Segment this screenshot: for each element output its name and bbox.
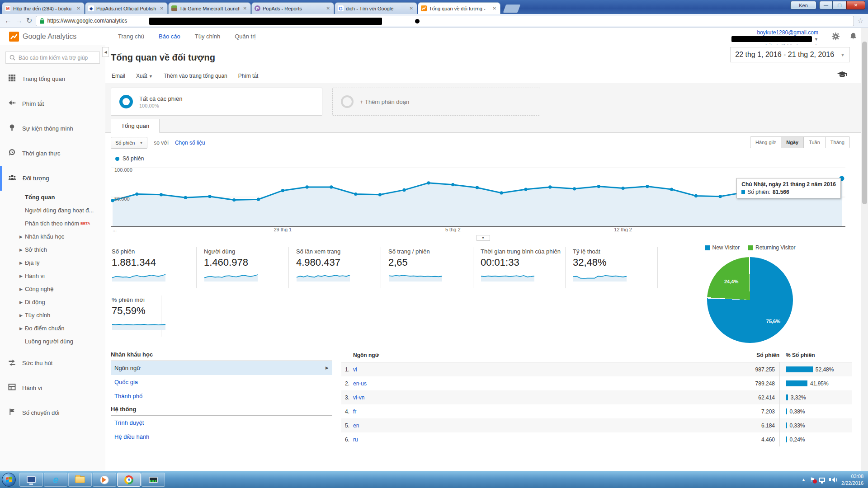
- demo-item-quốc-gia[interactable]: Quốc gia: [111, 375, 332, 389]
- chart-collapse-handle[interactable]: ▼: [476, 235, 490, 241]
- back-button[interactable]: ←: [5, 17, 12, 24]
- page-scrollbar[interactable]: [861, 28, 868, 471]
- col-pct-sessions[interactable]: % Số phiên: [779, 352, 852, 358]
- taskbar-button-remote-desktop[interactable]: [19, 473, 43, 487]
- demo-item-trình-duyệt[interactable]: Trình duyệt: [111, 416, 332, 430]
- browser-tab[interactable]: MHộp thư đến (284) - boyku✕: [2, 2, 85, 14]
- taskbar-button-internet-explorer[interactable]: e: [44, 473, 67, 487]
- gear-icon[interactable]: [831, 32, 840, 42]
- metric-số-phiên[interactable]: Số phiên1.881.344: [111, 247, 197, 288]
- sidebar-item-thời-gian-thực[interactable]: Thời gian thực: [0, 141, 105, 166]
- metric-thời-gian-trung-bình-của-phiên[interactable]: Thời gian trung bình của phiên00:01:33: [480, 247, 566, 288]
- new-tab-button[interactable]: [503, 5, 521, 13]
- granularity-hàng-giờ[interactable]: Hàng giờ: [750, 136, 781, 148]
- address-bar[interactable]: https://www.google.com/analytics: [36, 16, 854, 26]
- report-search-input[interactable]: Báo cáo tìm kiếm và trợ giúp: [5, 52, 100, 64]
- reload-button[interactable]: ↻: [26, 17, 32, 24]
- hidden-icons-arrow[interactable]: ▲: [802, 477, 806, 482]
- taskbar-button-resource-monitor[interactable]: [142, 473, 165, 487]
- sidebar-subitem-phân-tích-theo-nhóm[interactable]: Phân tích theo nhómBETA: [0, 217, 105, 230]
- sidebar-subitem-di-động[interactable]: ▶Di động: [0, 296, 105, 309]
- sidebar-subitem-công-nghệ[interactable]: ▶Công nghệ: [0, 282, 105, 296]
- toolbar-xuất[interactable]: Xuất ▼: [136, 73, 153, 79]
- sidebar-subitem-hành-vi[interactable]: ▶Hành vi: [0, 269, 105, 282]
- clock[interactable]: 03:08 2/22/2016: [841, 473, 865, 487]
- toolbar-email[interactable]: Email: [112, 73, 125, 79]
- ga-nav-trang-chủ[interactable]: Trang chủ: [111, 28, 151, 45]
- language-link[interactable]: en: [353, 422, 359, 429]
- demo-item-hệ-điều-hành[interactable]: Hệ điều hành: [111, 430, 332, 444]
- sidebar-subitem-đo-điểm-chuẩn[interactable]: ▶Đo điểm chuẩn: [0, 322, 105, 335]
- language-link[interactable]: vi-vn: [353, 394, 364, 401]
- tab-close-icon[interactable]: ✕: [76, 6, 81, 11]
- sidebar-subitem-nhân-khẩu-học[interactable]: ▶Nhân khẩu học: [0, 230, 105, 243]
- browser-tab[interactable]: Gdich - Tìm với Google✕: [335, 2, 417, 14]
- sidebar-item-sự-kiện-thông-minh[interactable]: Sự kiện thông minh: [0, 116, 105, 141]
- sidebar-subitem-địa-lý[interactable]: ▶Địa lý: [0, 256, 105, 269]
- sidebar-item-số-chuyển-đổi[interactable]: Số chuyển đổi: [0, 400, 105, 425]
- forward-button[interactable]: →: [15, 17, 23, 24]
- language-link[interactable]: en-us: [353, 380, 367, 387]
- close-button[interactable]: ✕: [846, 1, 865, 9]
- sidebar-collapse-button[interactable]: ◀: [102, 47, 109, 57]
- sidebar-subitem-người-dùng-đang-hoạt-đ...[interactable]: Người dùng đang hoạt đ...: [0, 204, 105, 217]
- sidebar-subitem-tùy-chỉnh[interactable]: ▶Tùy chỉnh: [0, 309, 105, 322]
- segment-all-sessions[interactable]: Tất cả các phiên 100,00%: [111, 88, 322, 116]
- ga-nav-quản-trị[interactable]: Quản trị: [227, 28, 263, 45]
- sidebar-item-trang-tổng-quan[interactable]: Trang tổng quan: [0, 66, 105, 91]
- account-email[interactable]: boykute1280@gmail.com: [757, 29, 818, 36]
- sidebar-subitem-luồng-người-dùng[interactable]: Luồng người dùng: [0, 335, 105, 348]
- granularity-tuần[interactable]: Tuần: [804, 136, 826, 148]
- bell-icon[interactable]: [849, 32, 857, 42]
- browser-tab[interactable]: Tải Game Minecraft Launch✕: [168, 2, 251, 14]
- demo-item-label[interactable]: Hệ điều hành: [114, 433, 149, 440]
- sidebar-item-phím-tắt[interactable]: Phím tắt: [0, 91, 105, 116]
- language-link[interactable]: ru: [353, 436, 358, 443]
- ga-nav-báo-cáo[interactable]: Báo cáo: [151, 28, 188, 45]
- network-icon[interactable]: [819, 478, 825, 482]
- taskbar-button-media-player[interactable]: [93, 473, 116, 487]
- browser-tab[interactable]: PPopAds - Reports✕: [251, 2, 334, 14]
- demo-item-label[interactable]: Trình duyệt: [114, 419, 144, 426]
- taskbar-button-file-explorer[interactable]: [68, 473, 92, 487]
- toolbar-phím-tắt[interactable]: Phím tắt: [238, 73, 259, 79]
- metric-số-lần-xem-trang[interactable]: Số lần xem trang4.980.437: [295, 247, 381, 288]
- tab-close-icon[interactable]: ✕: [242, 6, 248, 11]
- tab-close-icon[interactable]: ✕: [492, 6, 497, 11]
- volume-icon[interactable]: [829, 477, 837, 483]
- demo-item-ngôn-ngữ[interactable]: Ngôn ngữ▶: [111, 361, 332, 375]
- language-link[interactable]: fr: [353, 408, 356, 415]
- ga-nav-tùy-chỉnh[interactable]: Tùy chỉnh: [188, 28, 227, 45]
- segment-add[interactable]: + Thêm phân đoạn: [332, 88, 540, 116]
- sidebar-subitem-sở-thích[interactable]: ▶Sở thích: [0, 243, 105, 256]
- profile-badge[interactable]: Ken: [790, 1, 816, 9]
- ga-logo[interactable]: Google Analytics: [9, 32, 76, 42]
- maximize-button[interactable]: ▢: [833, 1, 846, 9]
- scrollbar-thumb[interactable]: [862, 42, 867, 204]
- toolbar-thêm-vào-trang-tổng-quan[interactable]: Thêm vào trang tổng quan: [164, 73, 227, 79]
- metric-select-dropdown[interactable]: Số phiên▼: [111, 137, 147, 149]
- visitor-pie-chart[interactable]: 75,6%24,4%: [707, 257, 793, 343]
- choose-metric-link[interactable]: Chọn số liệu: [175, 140, 205, 146]
- language-link[interactable]: vi: [353, 366, 357, 373]
- metric--phiên-mới[interactable]: % phiên mới75,59%: [111, 296, 161, 337]
- education-cap-icon[interactable]: [837, 71, 847, 80]
- metric-số-trang-phiên[interactable]: Số trang / phiên2,65: [387, 247, 473, 288]
- metric-tỷ-lệ-thoát[interactable]: Tỷ lệ thoát32,48%: [572, 247, 658, 288]
- browser-tab[interactable]: Tổng quan về đối tượng -✕: [418, 2, 500, 14]
- col-sessions[interactable]: Số phiên: [730, 352, 779, 358]
- sidebar-item-sức-thu-hút[interactable]: Sức thu hút: [0, 351, 105, 375]
- demo-item-label[interactable]: Quốc gia: [114, 379, 138, 385]
- tab-close-icon[interactable]: ✕: [409, 6, 414, 11]
- start-button[interactable]: [2, 473, 16, 487]
- granularity-ngày[interactable]: Ngày: [781, 136, 804, 148]
- sessions-chart[interactable]: 100.000 50.000 ...29 thg 15 thg 212 thg …: [111, 166, 855, 241]
- demo-item-thành-phố[interactable]: Thành phố: [111, 389, 332, 403]
- sidebar-item-hành-vi[interactable]: Hành vi: [0, 375, 105, 400]
- tab-close-icon[interactable]: ✕: [159, 6, 165, 11]
- tab-close-icon[interactable]: ✕: [326, 6, 331, 11]
- tab-overview[interactable]: Tổng quan: [111, 119, 160, 133]
- sidebar-item-đối-tượng[interactable]: Đối tượng: [0, 166, 105, 191]
- action-center-flag-icon[interactable]: ⚑: [810, 476, 815, 483]
- granularity-tháng[interactable]: Tháng: [826, 136, 850, 148]
